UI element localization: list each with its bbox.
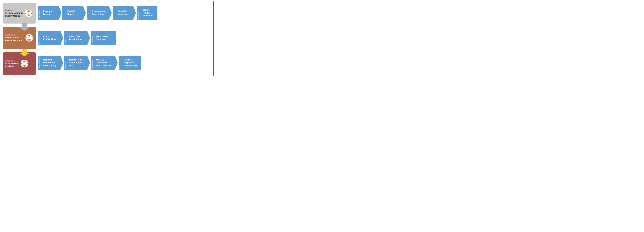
step-homer: Annotation Homer PeakAnnotation &GO [64, 56, 87, 70]
step-bowtie2: Alignment Bowtie2Mapping [112, 6, 133, 20]
jupyter-logo-2 [25, 34, 34, 42]
svg-point-7 [28, 39, 30, 41]
svg-point-6 [28, 35, 30, 37]
flow-row-3: Differential Identification ManormDiffer… [38, 54, 141, 71]
jupyter-logo-1 [24, 9, 33, 18]
svg-point-3 [25, 13, 26, 14]
step-tobias-diff: Motif Analysis TOBIASDifferentialMotif D… [91, 56, 115, 70]
svg-point-11 [23, 60, 26, 62]
svg-point-4 [31, 13, 32, 14]
jupyter-logo-3 [20, 59, 29, 68]
svg-point-12 [23, 65, 26, 67]
arrow-down-2 [19, 49, 30, 57]
main-container: Lesson1: Preprocessing &Quality Control … [1, 1, 214, 76]
svg-point-8 [26, 37, 27, 38]
svg-point-14 [27, 63, 28, 64]
step-igv: Visualization IGV &Profile Plots [38, 31, 60, 45]
step-trimmomatic: Trimming TrimmomaticProcessing [86, 6, 109, 20]
arrow-down-1 [19, 23, 30, 32]
step-tobias-agg: Footprinting TOBIASAggregateFootprinting [118, 56, 141, 70]
svg-point-13 [21, 63, 22, 64]
lesson1-box: Lesson1: Preprocessing &Quality Control [2, 3, 36, 24]
lesson3-number: Lesson 3: [5, 59, 18, 62]
step-picard: Deduplication PicardRemoveDuplicates [137, 6, 158, 20]
lesson1-title: Preprocessing &Quality Control [5, 12, 23, 18]
flow-row-1: Data Download ExampleDataset QC FastQCRe… [38, 4, 158, 22]
lesson3-title: DownstreamAnalysis [5, 62, 18, 68]
step-macs2: Peak Calling Macs2 PeakDetection [91, 31, 116, 45]
lesson1-text: Lesson1: Preprocessing &Quality Control [5, 9, 23, 18]
lesson2-number: Lesson 2: [5, 34, 23, 36]
step-manorm: Differential Identification ManormDiffer… [38, 56, 60, 70]
flow-row-2: Visualization IGV &Profile Plots PE Inse… [38, 30, 116, 46]
lesson2-title: Visualization& Peak Detection [5, 36, 23, 42]
svg-marker-15 [19, 23, 30, 31]
step-insert-size: PE Insert Insert SizeDistribution [64, 31, 87, 45]
lesson3-text: Lesson 3: DownstreamAnalysis [5, 59, 18, 68]
svg-marker-16 [19, 49, 30, 56]
step-fastqc: QC FastQCReport [62, 6, 83, 20]
lesson2-text: Lesson 2: Visualization& Peak Detection [5, 34, 23, 42]
lesson1-number: Lesson1: [5, 9, 23, 12]
step-example-dataset: Data Download ExampleDataset [38, 6, 59, 20]
svg-point-9 [32, 37, 33, 38]
